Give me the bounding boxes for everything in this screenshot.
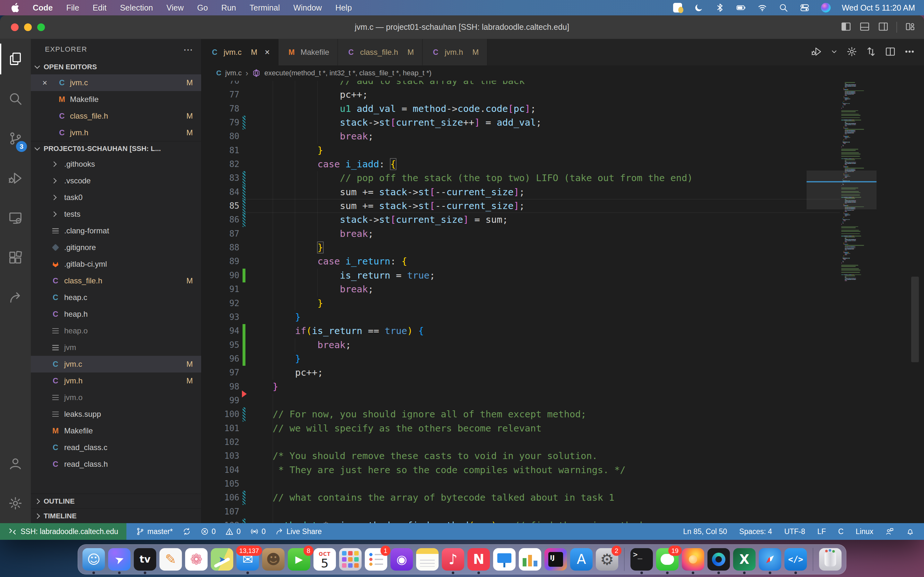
breadcrumb[interactable]: C jvm.c › execute(method_t *, int32_t *,… [202,65,924,81]
panel-left-icon[interactable] [841,21,851,33]
dock-terminal[interactable]: >_ [630,548,653,571]
gear-icon[interactable] [846,46,857,58]
run-debug-icon[interactable] [811,46,822,58]
activity-account-icon[interactable] [0,444,31,484]
search-icon[interactable] [779,3,788,13]
open-editor-Makefile[interactable]: MMakefile [31,91,201,108]
close-icon[interactable]: × [42,78,47,88]
status-error-icon[interactable]: 0 [200,527,216,536]
tab-close-icon[interactable]: × [265,47,270,57]
activity-search-icon[interactable] [0,79,31,119]
tree-file-jvm[interactable]: jvm [31,339,201,356]
wifi-icon[interactable] [757,3,767,13]
tab-jvm.h[interactable]: Cjvm.hM [423,39,487,65]
open-editors-header[interactable]: OPEN EDITORS [31,60,201,74]
tree-folder-task0[interactable]: task0 [31,189,201,206]
tree-file-Makefile[interactable]: MMakefile [31,422,201,439]
dock-numbers[interactable] [519,548,541,571]
dock-pages[interactable]: ✎ [160,548,182,571]
dock-reminders[interactable]: 1 [365,548,387,571]
dock-appletv[interactable]: tv [134,548,156,571]
activity-extensions-icon[interactable] [0,238,31,277]
status-Ln 85, Col 50[interactable]: Ln 85, Col 50 [683,527,727,536]
menu-terminal[interactable]: Terminal [250,3,280,13]
status-feedback-icon[interactable] [885,527,894,536]
dock-intellij[interactable]: IJ [544,548,567,571]
dock-finder[interactable]: ☺ [82,548,105,571]
dock-firefox[interactable] [682,548,704,571]
dock-mail[interactable]: ✉13,137 [236,548,259,571]
code-editor[interactable]: 76 // add to stack array at the back77 p… [202,81,924,523]
status-bell-icon[interactable] [906,527,914,536]
activity-files-icon[interactable] [0,39,31,79]
status-warning-icon[interactable]: 0 [225,527,241,536]
minimap[interactable] [840,82,897,523]
dock-messages[interactable]: 19 [656,548,678,571]
activity-live-share-icon[interactable] [0,277,31,318]
status-Spaces: 4[interactable]: Spaces: 4 [739,527,772,536]
siri-icon[interactable] [821,3,831,13]
status-C[interactable]: C [838,527,843,536]
status-broadcast-icon[interactable]: 0 [250,527,266,536]
activity-run-debug-icon[interactable] [0,158,31,198]
panel-right-icon[interactable] [878,21,889,33]
menu-edit[interactable]: Edit [93,3,107,13]
chevron-down-icon[interactable] [830,48,838,57]
tab-jvm.c[interactable]: Cjvm.cM× [202,39,278,65]
tree-file-leaks.supp[interactable]: leaks.supp [31,406,201,422]
status-UTF-8[interactable]: UTF-8 [784,527,805,536]
split-editor-icon[interactable] [885,46,896,58]
menu-window[interactable]: Window [293,3,322,13]
tree-folder-tests[interactable]: tests [31,206,201,222]
status-live-share-icon[interactable]: Live Share [275,527,322,536]
status-sync-icon[interactable] [183,527,191,536]
panel-bottom-icon[interactable] [859,21,870,33]
tree-folder-.vscode[interactable]: .vscode [31,172,201,189]
more-icon[interactable] [904,46,915,58]
tab-class_file.h[interactable]: Cclass_file.hM [338,39,423,65]
dock-news[interactable]: N [467,548,490,571]
dock-contacts[interactable]: ☻ [262,548,284,571]
menu-view[interactable]: View [166,3,184,13]
minimize-window-button[interactable] [24,23,32,31]
close-window-button[interactable] [11,23,19,31]
status-LF[interactable]: LF [817,527,826,536]
breadcrumb-file[interactable]: jvm.c [225,69,242,77]
breadcrumb-symbol[interactable]: execute(method_t *, int32_t *, class_fil… [264,69,431,77]
dock-settings[interactable]: ⚙2 [596,548,618,571]
activity-settings-gear-icon[interactable] [0,484,31,523]
tree-file-heap.h[interactable]: Cheap.h [31,306,201,322]
remote-indicator[interactable]: SSH: labradoodle.caltech.edu [0,523,126,540]
dock-messenger[interactable]: ➤ [108,548,131,571]
control-center-icon[interactable] [800,3,810,13]
menu-selection[interactable]: Selection [120,3,153,13]
dock-calendar[interactable]: OCT5 [313,548,336,571]
activity-remote-explorer-icon[interactable] [0,198,31,238]
open-editor-jvm.c[interactable]: ×Cjvm.cM [31,74,201,91]
menu-bar-clock[interactable]: Wed Oct 5 11:20 AM [842,3,915,13]
dock-launchpad[interactable] [339,548,362,571]
explorer-more-actions-icon[interactable]: ⋯ [184,44,194,55]
dock-facetime[interactable]: ▶8 [288,548,310,571]
timeline-header[interactable]: TIMELINE [31,508,201,523]
menu-file[interactable]: File [66,3,79,13]
tree-file-read_class.c[interactable]: Cread_class.c [31,439,201,456]
dock-vscode[interactable]: </> [784,548,807,571]
dock-keynote[interactable] [493,548,515,571]
tree-file-jvm.o[interactable]: jvm.o [31,389,201,406]
apple-menu-icon[interactable] [11,3,19,13]
dock-trash[interactable] [819,548,842,571]
dock-webex[interactable] [708,548,730,571]
tree-folder-.githooks[interactable]: .githooks [31,156,201,172]
tree-file-.gitignore[interactable]: .gitignore [31,239,201,256]
menu-help[interactable]: Help [335,3,352,13]
dock-appstore[interactable]: A [570,548,593,571]
tree-file-.gitlab-ci.yml[interactable]: .gitlab-ci.yml [31,256,201,272]
customize-layout-icon[interactable] [905,21,916,33]
tree-file-heap.o[interactable]: heap.o [31,322,201,339]
status-Linux[interactable]: Linux [856,527,873,536]
window-title-bar[interactable]: jvm.c — project01-schauhan [SSH: labrado… [0,15,924,39]
tree-file-class_file.h[interactable]: Cclass_file.hM [31,272,201,289]
dock-maps[interactable]: ➤ [211,548,233,571]
open-editor-class_file.h[interactable]: Cclass_file.hM [31,108,201,124]
